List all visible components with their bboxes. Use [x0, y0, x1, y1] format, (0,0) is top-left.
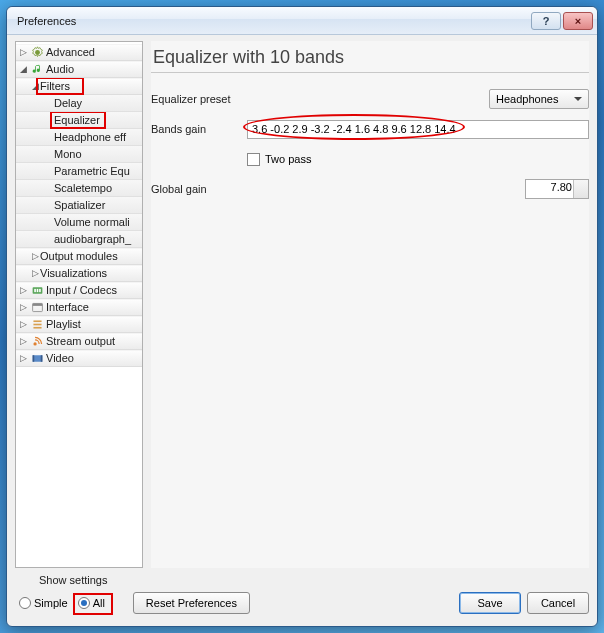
radio-all[interactable]: All: [78, 597, 105, 609]
main-panel: Equalizer with 10 bands Equalizer preset…: [151, 41, 589, 568]
reset-button[interactable]: Reset Preferences: [133, 592, 250, 614]
save-button[interactable]: Save: [459, 592, 521, 614]
tree-spatializer[interactable]: Spatializer: [16, 197, 142, 214]
row-global: Global gain 7.80: [151, 177, 589, 201]
svg-rect-7: [33, 320, 41, 322]
bands-input[interactable]: [247, 120, 589, 139]
show-settings-label: Show settings: [39, 574, 589, 586]
tree-video[interactable]: ▷Video: [16, 350, 142, 367]
svg-rect-12: [32, 355, 34, 362]
preset-label: Equalizer preset: [151, 93, 247, 105]
global-label: Global gain: [151, 183, 247, 195]
svg-rect-6: [32, 303, 42, 305]
tree-equalizer[interactable]: Equalizer: [16, 112, 142, 129]
close-button[interactable]: ×: [563, 12, 593, 30]
sidebar-tree[interactable]: ▷Advanced ◢Audio ◢Filters Delay Equalize…: [15, 41, 143, 568]
tree-viz[interactable]: ▷Visualizations: [16, 265, 142, 282]
row-preset: Equalizer preset Headphones: [151, 87, 589, 111]
chevron-right-icon: ▷: [18, 299, 28, 316]
tree-parametric[interactable]: Parametric Equ: [16, 163, 142, 180]
tree-stream[interactable]: ▷Stream output: [16, 333, 142, 350]
help-button[interactable]: ?: [531, 12, 561, 30]
row-bands: Bands gain: [151, 117, 589, 141]
client-area: ▷Advanced ◢Audio ◢Filters Delay Equalize…: [7, 35, 597, 626]
twopass-checkbox[interactable]: [247, 153, 260, 166]
tree-interface[interactable]: ▷Interface: [16, 299, 142, 316]
tree-advanced[interactable]: ▷Advanced: [16, 44, 142, 61]
window-title: Preferences: [17, 15, 529, 27]
svg-rect-2: [34, 289, 36, 292]
chevron-right-icon: ▷: [18, 282, 28, 299]
tree-output[interactable]: ▷Output modules: [16, 248, 142, 265]
svg-rect-4: [39, 289, 41, 292]
chevron-down-icon: ◢: [18, 61, 28, 78]
tree-mono[interactable]: Mono: [16, 146, 142, 163]
window-icon: [30, 301, 44, 315]
chevron-down-icon: ◢: [30, 78, 40, 95]
chevron-down-icon: [579, 189, 585, 195]
svg-rect-13: [40, 355, 42, 362]
tree-playlist[interactable]: ▷Playlist: [16, 316, 142, 333]
tree-audio[interactable]: ◢Audio: [16, 61, 142, 78]
stream-icon: [30, 335, 44, 349]
chevron-right-icon: ▷: [18, 316, 28, 333]
svg-point-0: [35, 50, 40, 55]
divider: [151, 72, 589, 73]
tree-filters[interactable]: ◢Filters: [16, 78, 142, 95]
chevron-up-icon: [579, 183, 585, 189]
twopass-label: Two pass: [265, 153, 311, 165]
chevron-right-icon: ▷: [30, 265, 40, 282]
svg-rect-9: [33, 327, 41, 329]
tree-input[interactable]: ▷Input / Codecs: [16, 282, 142, 299]
preferences-window: Preferences ? × ▷Advanced ◢Audio ◢Filter…: [6, 6, 598, 627]
page-title: Equalizer with 10 bands: [153, 47, 589, 68]
row-twopass: Two pass: [151, 147, 589, 171]
svg-rect-3: [36, 289, 38, 292]
radio-simple[interactable]: Simple: [19, 597, 68, 609]
chevron-right-icon: ▷: [30, 248, 40, 265]
tree-audiobar[interactable]: audiobargraph_: [16, 231, 142, 248]
tree-scaletempo[interactable]: Scaletempo: [16, 180, 142, 197]
chevron-right-icon: ▷: [18, 350, 28, 367]
chevron-right-icon: ▷: [18, 333, 28, 350]
footer: Show settings Simple All Reset Preferenc…: [15, 574, 589, 618]
cancel-button[interactable]: Cancel: [527, 592, 589, 614]
music-icon: [30, 63, 44, 77]
chevron-right-icon: ▷: [18, 44, 28, 61]
video-icon: [30, 352, 44, 366]
svg-point-10: [33, 342, 36, 345]
bands-label: Bands gain: [151, 123, 247, 135]
titlebar: Preferences ? ×: [7, 7, 597, 35]
list-icon: [30, 318, 44, 332]
gear-icon: [30, 46, 44, 60]
codec-icon: [30, 284, 44, 298]
svg-rect-8: [33, 324, 41, 326]
radio-icon: [19, 597, 31, 609]
tree-headphone[interactable]: Headphone eff: [16, 129, 142, 146]
radio-icon: [78, 597, 90, 609]
preset-dropdown[interactable]: Headphones: [489, 89, 589, 109]
global-gain-spinner[interactable]: 7.80: [525, 179, 589, 199]
tree-volnorm[interactable]: Volume normali: [16, 214, 142, 231]
tree-delay[interactable]: Delay: [16, 95, 142, 112]
